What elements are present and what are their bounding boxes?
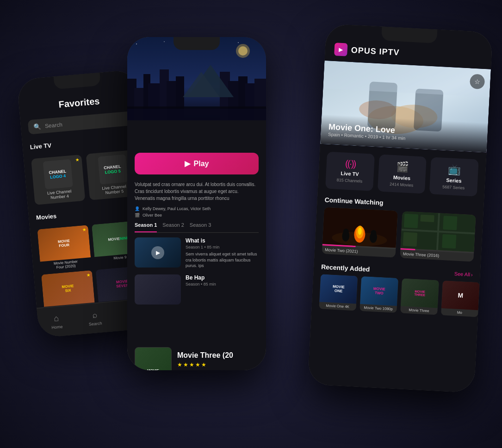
opus-brand-name: OPUS IPTV bbox=[351, 45, 400, 57]
recently-card-2[interactable]: MOVIETWO Movie Two 1080p bbox=[359, 276, 398, 313]
season-tab-1[interactable]: Season 1 bbox=[135, 222, 157, 232]
continue-watching-row: Movie Two (2021) bbox=[314, 207, 483, 268]
star4: ★ bbox=[195, 361, 200, 368]
episode-desc-1: Sem viverra aliquet eget sit amet tellus… bbox=[186, 251, 259, 269]
movie-card-four[interactable]: ★ MOVIEFOUR Movie NumberFour (2020) bbox=[37, 225, 91, 271]
description-text: Volutpat sed cras ornare arcu dui. At lo… bbox=[135, 181, 259, 202]
detail-content: ▶ Play Volutpat sed cras ornare arcu dui… bbox=[127, 120, 266, 317]
search-nav-icon: ⌕ bbox=[92, 310, 98, 320]
channel-card-4[interactable]: ★ CHANELLOGO 4 Live ChannelNumber 4 bbox=[31, 155, 85, 205]
svg-rect-21 bbox=[127, 109, 266, 120]
see-all-button[interactable]: See All › bbox=[454, 271, 473, 277]
recently-thumb-2: MOVIETWO bbox=[360, 276, 398, 306]
season-tab-2[interactable]: Season 2 bbox=[162, 222, 184, 232]
phone-middle: MOVIETHREE Movie Three (20 ★ ★ ★ ★ ★ Sci… bbox=[127, 37, 266, 370]
movies-section-title: Movies bbox=[36, 205, 142, 221]
recently-card-3[interactable]: MOVIETHREE Movie Three bbox=[400, 278, 439, 315]
svg-point-2 bbox=[164, 41, 165, 42]
star1: ★ bbox=[177, 361, 182, 368]
logo-play-icon: ▶ bbox=[334, 43, 347, 56]
recently-added-label: Recently Added bbox=[321, 263, 370, 273]
episode-season-2: Season bbox=[186, 282, 200, 286]
livetv-count: 815 Channels bbox=[336, 178, 362, 184]
star5: ★ bbox=[201, 361, 206, 368]
episode-info-1: What is Season 1 • 85 min Sem viverra al… bbox=[186, 237, 259, 269]
play-label: Play bbox=[194, 160, 209, 168]
recently-thumb-4: M bbox=[441, 280, 480, 310]
favorites-title: Favorites bbox=[26, 93, 132, 113]
continue-thumb-1 bbox=[322, 207, 398, 248]
director-row: 🎬 Oliver Bee bbox=[135, 213, 259, 218]
cast-names: Kelly Dewey, Paul Lucas, Victor Seth bbox=[143, 206, 211, 211]
cat-card-movies[interactable]: 🎬 Movies 2414 Movies bbox=[378, 154, 427, 193]
movie-poster-small: MOVIETHREE bbox=[135, 347, 172, 370]
star-icon-ch4: ★ bbox=[75, 157, 80, 162]
svg-point-7 bbox=[238, 46, 248, 56]
play-icon: ▶ bbox=[185, 159, 190, 168]
category-cards: ((·)) Live TV 815 Channels 🎬 Movies 2414… bbox=[318, 144, 487, 201]
nav-search[interactable]: ⌕ Search bbox=[87, 310, 102, 326]
movies-count: 2414 Movies bbox=[390, 182, 413, 188]
recently-added-row: MOVIEONE Movie One 4K MOVIETWO Movie Two… bbox=[311, 274, 480, 321]
episode-title-2: Be Hap bbox=[186, 274, 259, 281]
play-button[interactable]: ▶ Play bbox=[135, 153, 259, 174]
star3: ★ bbox=[189, 361, 194, 368]
channel-name-5: Live ChannelNumber 5 bbox=[102, 184, 127, 196]
see-all-text: See All bbox=[454, 271, 471, 277]
recently-label-1: Movie One 4K bbox=[319, 302, 356, 311]
recently-card-1[interactable]: MOVIEONE Movie One 4K bbox=[319, 274, 358, 311]
director-icon: 🎬 bbox=[135, 213, 140, 218]
movies-icon: 🎬 bbox=[396, 161, 409, 173]
live-tv-section-title: Live TV bbox=[30, 135, 135, 151]
series-icon: 📺 bbox=[448, 163, 461, 176]
episode-title-1: What is bbox=[186, 237, 259, 244]
seasons-tabs: Season 1 Season 2 Season 3 bbox=[135, 222, 259, 233]
episode-meta-2: Season • 85 min bbox=[186, 282, 259, 286]
aerial-scene bbox=[400, 211, 476, 252]
search-bar[interactable]: 🔍 Search bbox=[28, 111, 134, 135]
home-icon: ⌂ bbox=[53, 313, 59, 324]
svg-rect-47 bbox=[442, 234, 456, 249]
play-circle-1: ▶ bbox=[151, 246, 164, 259]
channel-row: ★ CHANELLOGO 4 Live ChannelNumber 4 ★ CH… bbox=[31, 149, 140, 205]
livetv-icon: ((·)) bbox=[345, 158, 356, 169]
star-icon-mfour: ★ bbox=[82, 227, 87, 233]
notch-right bbox=[381, 26, 437, 43]
recently-label-4: Mo bbox=[441, 308, 478, 317]
season-tab-3[interactable]: Season 3 bbox=[190, 222, 211, 232]
svg-point-1 bbox=[136, 44, 137, 44]
phone-right: ▶ OPUS IPTV bbox=[308, 24, 493, 393]
series-count: 5687 Series bbox=[442, 185, 465, 191]
continue-thumb-2 bbox=[400, 211, 476, 252]
episode-info-2: Be Hap Season • 85 min bbox=[186, 274, 259, 305]
hero-banner: ☆ Movie One: Love Spain • Romantic • 201… bbox=[320, 61, 491, 153]
cat-card-series[interactable]: 📺 Series 5687 Series bbox=[429, 157, 479, 196]
recently-card-4[interactable]: M Mo bbox=[441, 280, 480, 317]
search-placeholder: Search bbox=[44, 121, 62, 129]
phones-container: Favorites 🔍 Search Live TV ★ CHANELLOGO … bbox=[0, 0, 502, 448]
nav-home-label: Home bbox=[51, 324, 63, 330]
episode-season-1: Season 1 bbox=[186, 245, 203, 249]
livetv-name: Live TV bbox=[341, 170, 359, 177]
stars-row: ★ ★ ★ ★ ★ bbox=[177, 361, 259, 368]
continue-card-2[interactable]: Movie Three (2016) bbox=[400, 211, 476, 261]
recently-thumb-3: MOVIETHREE bbox=[401, 278, 439, 308]
svg-point-4 bbox=[238, 42, 239, 43]
chevron-right-icon: › bbox=[471, 272, 473, 277]
continue-card-1[interactable]: Movie Two (2021) bbox=[322, 207, 398, 257]
svg-rect-46 bbox=[403, 232, 417, 246]
episode-duration-2: 85 min bbox=[204, 282, 216, 286]
episode-meta-1: Season 1 • 85 min bbox=[186, 245, 259, 249]
movie-detail-screen: MOVIETHREE Movie Three (20 ★ ★ ★ ★ ★ Sci… bbox=[127, 37, 266, 370]
recently-label-3: Movie Three bbox=[400, 306, 438, 315]
nav-search-label: Search bbox=[89, 321, 102, 326]
fire-scene bbox=[322, 207, 398, 248]
movies-name: Movies bbox=[393, 174, 411, 181]
episode-thumb-2[interactable] bbox=[135, 274, 181, 305]
notch-middle bbox=[174, 37, 220, 50]
cat-card-livetv[interactable]: ((·)) Live TV 815 Channels bbox=[325, 152, 375, 191]
episode-card-2: Be Hap Season • 85 min bbox=[135, 274, 259, 305]
nav-home[interactable]: ⌂ Home bbox=[50, 313, 63, 330]
episode-thumb-1[interactable]: ▶ bbox=[135, 237, 181, 268]
movie-info-card: MOVIETHREE Movie Three (20 ★ ★ ★ ★ ★ Sci… bbox=[135, 347, 259, 370]
